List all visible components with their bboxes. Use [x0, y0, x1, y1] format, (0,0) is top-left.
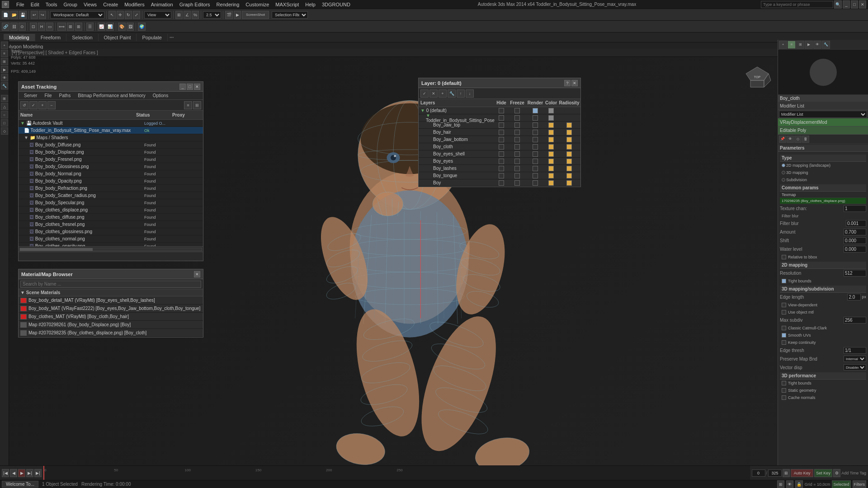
view-select[interactable]: View	[144, 11, 171, 19]
freeze-checkbox[interactable]	[514, 130, 520, 135]
unlink-btn[interactable]: ⛓	[10, 23, 18, 31]
layer-settings-btn[interactable]: 🔧	[448, 89, 456, 98]
freeze-checkbox[interactable]	[514, 144, 520, 150]
color-swatch[interactable]	[548, 151, 554, 157]
list-item[interactable]: 🖼 Boy_body_Opacity.png Found	[19, 178, 203, 185]
shift-input[interactable]	[844, 237, 866, 244]
table-row[interactable]: Boy_eyes_shell	[419, 150, 580, 158]
render-checkbox[interactable]	[533, 122, 538, 128]
vector-disp-select[interactable]: Disabled	[844, 364, 866, 371]
asset-refresh-btn[interactable]: ↺	[20, 101, 28, 109]
freeze-checkbox[interactable]	[514, 151, 520, 157]
freeze-checkbox[interactable]	[514, 180, 520, 186]
hide-checkbox[interactable]	[499, 159, 504, 164]
layer-help-btn[interactable]: ?	[564, 80, 571, 86]
selection-status[interactable]: Selected	[832, 480, 850, 488]
viewport-icon-4[interactable]: □	[1, 119, 8, 127]
color-swatch[interactable]	[548, 144, 554, 150]
freeze-checkbox[interactable]	[514, 115, 520, 121]
hierarchy-icon[interactable]: ⊞	[1, 58, 8, 65]
menu-graph-editors[interactable]: Graph Editors	[177, 1, 213, 8]
layer-titlebar[interactable]: Layer: 0 (default) ? ✕	[419, 78, 580, 88]
modify-panel-icon[interactable]: ≡	[788, 41, 796, 49]
prev-frame-btn[interactable]: ◀	[10, 469, 17, 477]
render-checkbox[interactable]	[533, 180, 538, 186]
current-frame-input[interactable]	[752, 469, 765, 477]
select-by-name-btn[interactable]: H	[38, 23, 45, 31]
color-swatch[interactable]	[548, 115, 554, 121]
hide-checkbox[interactable]	[499, 166, 504, 171]
select-object-btn[interactable]: ⊡	[30, 23, 37, 31]
menu-customize[interactable]: Customize	[243, 1, 272, 8]
scroll-track[interactable]	[19, 248, 202, 251]
list-item[interactable]: 🖼 Boy_body_Specular.png Found	[19, 199, 203, 206]
hide-checkbox[interactable]	[499, 130, 504, 135]
menu-views[interactable]: Views	[81, 1, 99, 8]
asset-list-btn[interactable]: ⊞	[193, 101, 201, 109]
texture-chan-input[interactable]	[844, 205, 866, 212]
use-object-mtl-checkbox[interactable]	[782, 310, 786, 314]
list-item[interactable]: 🖼 Boy_body_Refraction.png Found	[19, 185, 203, 192]
menu-create[interactable]: Create	[100, 1, 121, 8]
motion-panel-icon[interactable]: ▶	[805, 41, 813, 49]
freeze-checkbox[interactable]	[514, 108, 520, 113]
asset-tracking-titlebar[interactable]: Asset Tracking _ □ ✕	[19, 82, 203, 92]
key-filters-btn[interactable]: ⚙	[833, 469, 840, 477]
layer-select-btn[interactable]: ↑	[457, 89, 465, 98]
render-checkbox[interactable]	[533, 130, 538, 135]
matbrowser-titlebar[interactable]: Material/Map Browser ✕	[19, 269, 203, 279]
view-dependent-checkbox[interactable]	[782, 303, 786, 307]
tab-selection[interactable]: Selection	[66, 34, 98, 41]
relative-bbox-checkbox[interactable]	[782, 255, 786, 259]
render-checkbox[interactable]	[533, 159, 538, 164]
tight-bounds2-checkbox[interactable]	[782, 381, 786, 385]
modifier-stack-vray[interactable]: VRayDisplacementMod	[778, 118, 868, 127]
asset-menu-file[interactable]: File	[41, 93, 55, 99]
color-swatch[interactable]	[548, 137, 554, 142]
viewport-icon-5[interactable]: ◇	[1, 127, 8, 135]
list-item[interactable]: ▼ 💾 Autodesk Vault Logged O...	[19, 120, 203, 127]
scroll-thumb[interactable]	[20, 248, 93, 251]
list-item[interactable]: 📄 Toddler_in_Bodysuit_Sitting_Pose_max_v…	[19, 127, 203, 134]
radio-subdivision[interactable]: Subdivision	[782, 178, 807, 182]
render-setup-btn[interactable]: 🎬	[225, 11, 233, 19]
list-item[interactable]: 🖼 Boy_body_Diffuse.png Found	[19, 141, 203, 149]
hide-checkbox[interactable]	[499, 151, 504, 157]
display-panel-icon[interactable]: 👁	[813, 41, 821, 49]
playhead[interactable]	[43, 466, 44, 480]
render-checkbox[interactable]	[533, 144, 538, 150]
menu-3dground[interactable]: 3DGROUND	[319, 1, 353, 8]
table-row[interactable]: Boy_eyes	[419, 158, 580, 165]
utilities-panel-icon[interactable]: 🔧	[822, 41, 830, 49]
viewport-icon-1[interactable]: ⊞	[1, 95, 8, 102]
screenshot-btn[interactable]: ScreenShot	[242, 11, 269, 19]
viewport-header[interactable]: [+] [Perspective] [ Shaded + Edged Faces…	[9, 49, 778, 57]
next-frame-btn[interactable]: ▶|	[26, 469, 33, 477]
classic-catmull-checkbox[interactable]	[782, 326, 786, 330]
menu-group[interactable]: Group	[61, 1, 80, 8]
list-item[interactable]: 🖼 Boy_body_Fresnel.png Found	[19, 156, 203, 163]
freeze-checkbox[interactable]	[514, 159, 520, 164]
list-item[interactable]: ▼ 📁 Maps / Shaders	[19, 134, 203, 141]
tab-object-paint[interactable]: Object Paint	[99, 34, 137, 41]
hide-checkbox[interactable]	[499, 122, 504, 128]
scale-btn[interactable]: ⤢	[133, 11, 140, 19]
layer-new-btn[interactable]: +	[439, 89, 447, 98]
color-swatch[interactable]	[548, 159, 554, 164]
edge-length-input[interactable]	[847, 294, 861, 300]
app-icon[interactable]: ⚙	[2, 1, 9, 8]
render-btn[interactable]: ▶	[234, 11, 241, 19]
mat-search-input[interactable]	[20, 281, 201, 288]
list-item[interactable]: 🖼 Boy_body_Glossiness.png Found	[19, 163, 203, 170]
search-input[interactable]	[761, 1, 833, 8]
radio-2d-mapping[interactable]: 2D mapping (landscape)	[782, 163, 830, 168]
remove-modifier-btn[interactable]: 🗑	[802, 136, 809, 143]
asset-add-btn[interactable]: +	[38, 101, 47, 109]
hide-checkbox[interactable]	[499, 108, 504, 113]
color-swatch[interactable]	[548, 166, 554, 171]
viewport-icon-2[interactable]: △	[1, 103, 8, 110]
preserve-map-select[interactable]: Internal	[844, 356, 866, 362]
menu-help[interactable]: Help	[302, 1, 318, 8]
redo-btn[interactable]: ↪	[39, 11, 46, 19]
utilities-icon[interactable]: 🔧	[1, 82, 8, 89]
